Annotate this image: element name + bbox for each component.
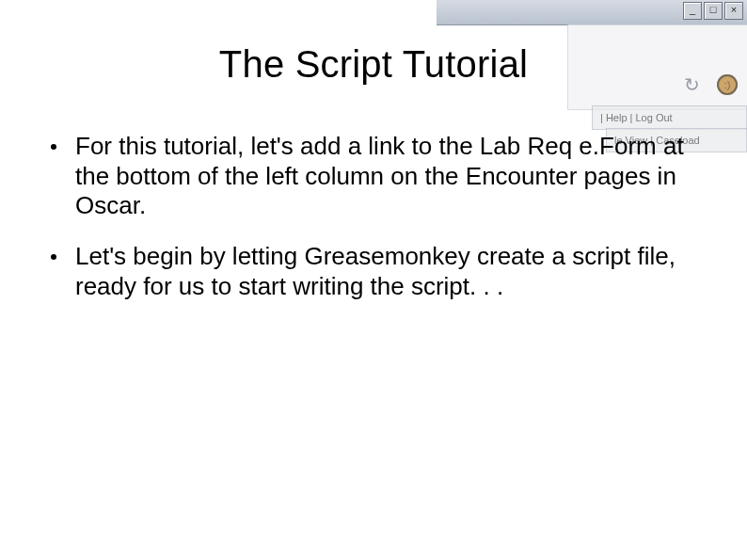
bullet-item: Let's begin by letting Greasemonkey crea… — [51, 242, 696, 301]
slide-bullet-list: For this tutorial, let's add a link to t… — [51, 132, 696, 323]
bullet-item: For this tutorial, let's add a link to t… — [51, 132, 696, 221]
slide-title: The Script Tutorial — [0, 43, 747, 86]
slide-content: The Script Tutorial For this tutorial, l… — [0, 0, 747, 560]
